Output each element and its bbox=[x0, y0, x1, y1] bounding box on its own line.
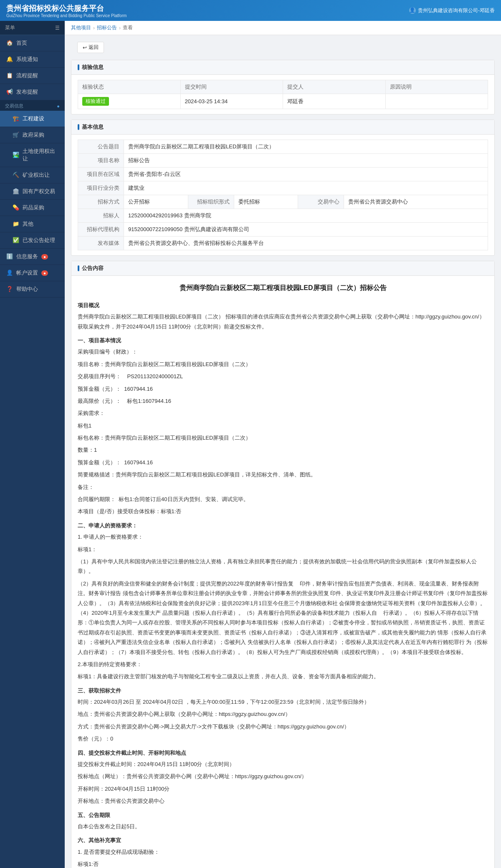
info-row-bidder: 招标人 125200004292019963 贵州商学院 bbox=[78, 209, 488, 223]
info-badge: ● bbox=[41, 254, 48, 260]
para-12: 备注： bbox=[78, 482, 488, 492]
breadcrumb: 其他项目 › 招标公告 › 查看 bbox=[65, 21, 501, 35]
para-section-1: 一、项目基本情况 bbox=[78, 336, 488, 345]
bell-icon: 🔔 bbox=[6, 56, 13, 63]
verification-table: 核验状态 提交时间 提交人 原因说明 核验通过 2024 bbox=[78, 80, 488, 109]
info-label-bid-org: 招标组织形式 bbox=[188, 195, 234, 209]
breadcrumb-item-1[interactable]: 其他项目 bbox=[71, 24, 91, 31]
verification-person: 邓廷香 bbox=[283, 94, 386, 109]
para-2: 项目名称：贵州商学院白云新校区二期工程项目校园LED屏项目（二次） bbox=[78, 359, 488, 369]
para-27: 开标时间：2024年04月15日 11时00分 bbox=[78, 784, 488, 794]
para-0: 贵州商学院白云新校区二期工程项目校园LED屏项目（二次） 招标项目的潜在供应商应… bbox=[78, 312, 488, 331]
col-time: 提交时间 bbox=[180, 80, 283, 94]
para-20: 标项1：具备建设行政主管部门核发的电子与智能化工程专业二级及以上资质，并在人员、… bbox=[78, 672, 488, 681]
land-icon: 🏞️ bbox=[13, 152, 19, 158]
menu-label: 菜单 bbox=[5, 24, 15, 31]
sidebar-item-mineral[interactable]: ⛏️ 矿业权出让 bbox=[0, 167, 65, 183]
layout: 菜单 ☰ 🏠 首页 🔔 系统通知 📋 流程提醒 📢 发布提醒 交易信息 ● 🏗️… bbox=[0, 21, 501, 868]
sidebar-item-govpurchase[interactable]: 🛒 政府采购 bbox=[0, 127, 65, 143]
basic-info-body: 公告题目 贵州商学院白云新校区二期工程项目校园LED屏项目（二次） 项目名称 招… bbox=[71, 135, 494, 255]
status-badge: 核验通过 bbox=[82, 97, 109, 106]
sidebar-item-publish[interactable]: 📢 发布提醒 bbox=[0, 84, 65, 100]
medicine-icon: 💊 bbox=[13, 204, 19, 211]
sidebar-item-notice[interactable]: 🔔 系统通知 bbox=[0, 51, 65, 68]
mineral-icon: ⛏️ bbox=[13, 172, 19, 178]
sidebar-item-published[interactable]: ✅ 已发公告处理 bbox=[0, 232, 65, 249]
sidebar-label-home: 首页 bbox=[16, 39, 27, 47]
info-value-industry: 建筑业 bbox=[124, 181, 488, 195]
para-25: 提交投标文件截止时间：2024年04月15日 11时00分（北京时间） bbox=[78, 759, 488, 769]
sidebar-label-engineering: 工程建设 bbox=[23, 115, 44, 122]
sidebar: 菜单 ☰ 🏠 首页 🔔 系统通知 📋 流程提醒 📢 发布提醒 交易信息 ● 🏗️… bbox=[0, 21, 65, 868]
para-31: 标项1:否 bbox=[78, 859, 488, 868]
para-section-0: 项目概况 bbox=[78, 300, 488, 310]
sidebar-section-trade-label: 交易信息 bbox=[5, 103, 23, 109]
sidebar-label-notice: 系统通知 bbox=[16, 56, 38, 63]
user-name: 贵州弘典建设咨询有限公司-邓廷香 bbox=[418, 7, 495, 14]
sidebar-label-account: 帐户设置 bbox=[16, 269, 38, 277]
info-label-media: 发布媒体 bbox=[78, 237, 124, 250]
verification-card: 核验信息 核验状态 提交时间 提交人 原因说明 bbox=[71, 60, 495, 115]
publish-icon: 📢 bbox=[6, 89, 13, 95]
para-10: 预算金额（元）： 1607944.16 bbox=[78, 458, 488, 467]
verification-row: 核验通过 2024-03-25 14:34 邓廷香 bbox=[78, 94, 488, 109]
back-button[interactable]: ↩ 返回 bbox=[77, 42, 104, 53]
announcement-main-title: 贵州商学院白云新校区二期工程项目校园LED屏项目（二次）招标公告 bbox=[78, 282, 488, 294]
sidebar-item-land[interactable]: 🏞️ 土地使用权出让 bbox=[0, 143, 65, 167]
para-19: 2.本项目的特定资格要求： bbox=[78, 659, 488, 669]
sidebar-item-account[interactable]: 👤 帐户设置 ● bbox=[0, 265, 65, 281]
para-24: 售价（元）：0 bbox=[78, 734, 488, 743]
back-arrow-icon: ↩ bbox=[83, 45, 87, 51]
info-label-industry: 项目行业分类 bbox=[78, 181, 124, 195]
breadcrumb-item-2[interactable]: 招标公告 bbox=[97, 24, 117, 31]
info-value-center: 贵州省公共资源交易中心 bbox=[344, 195, 488, 209]
header-user: 👤 贵州弘典建设咨询有限公司-邓廷香 bbox=[409, 7, 495, 14]
col-status: 核验状态 bbox=[78, 80, 181, 94]
sidebar-toggle[interactable]: 菜单 ☰ bbox=[0, 21, 65, 35]
para-4: 预算金额（元）： 1607944.16 bbox=[78, 384, 488, 394]
sidebar-label-publish: 发布提醒 bbox=[16, 88, 38, 96]
sidebar-label-help: 帮助中心 bbox=[16, 285, 38, 293]
para-17: （1）具有中华人民共和国境内依法登记注册的独立法人资格，具有独立承担民事责任的能… bbox=[78, 557, 488, 576]
done-icon: ✅ bbox=[13, 237, 19, 244]
sidebar-item-home[interactable]: 🏠 首页 bbox=[0, 35, 65, 51]
verification-title: 核验信息 bbox=[82, 64, 104, 71]
verification-time: 2024-03-25 14:34 bbox=[180, 94, 283, 109]
info-label-center: 交易中心 bbox=[298, 195, 344, 209]
back-label: 返回 bbox=[89, 44, 99, 51]
sidebar-item-medicine[interactable]: 💊 药品采购 bbox=[0, 200, 65, 216]
logo: 贵州省招标投标公共服务平台 GuiZhou Province Tendering… bbox=[6, 3, 127, 18]
breadcrumb-sep-1: › bbox=[93, 25, 95, 31]
verification-body: 核验状态 提交时间 提交人 原因说明 核验通过 2024 bbox=[71, 75, 494, 114]
toggle-icon[interactable]: ☰ bbox=[55, 25, 60, 31]
sidebar-item-help[interactable]: ❓ 帮助中心 bbox=[0, 281, 65, 298]
sidebar-item-process[interactable]: 📋 流程提醒 bbox=[0, 68, 65, 84]
sidebar-label-other: 其他 bbox=[23, 220, 33, 228]
info-value-region: 贵州省-贵阳市-白云区 bbox=[124, 168, 488, 181]
info-label-title: 公告题目 bbox=[78, 140, 124, 154]
basic-info-card: 基本信息 公告题目 贵州商学院白云新校区二期工程项目校园LED屏项目（二次） 项… bbox=[71, 120, 495, 256]
breadcrumb-item-3: 查看 bbox=[123, 24, 133, 31]
sidebar-label-info: 信息服务 bbox=[16, 253, 38, 260]
basic-info-header: 基本信息 bbox=[71, 120, 494, 135]
logo-title-zh: 贵州省招标投标公共服务平台 bbox=[6, 3, 127, 13]
sidebar-label-state: 国有产权交易 bbox=[23, 188, 55, 195]
sidebar-label-mineral: 矿业权出让 bbox=[23, 171, 50, 179]
info-value-bidder: 125200004292019963 贵州商学院 bbox=[124, 209, 488, 223]
other-icon: 📁 bbox=[13, 221, 19, 227]
sidebar-item-info[interactable]: ℹ️ 信息服务 ● bbox=[0, 249, 65, 265]
verification-reason bbox=[385, 94, 488, 109]
para-11: 简要规格描述：贵州商学院白云新校区二期工程项目校园LED屏项目，详见招标文件、清… bbox=[78, 470, 488, 479]
sidebar-item-other[interactable]: 📁 其他 bbox=[0, 216, 65, 232]
help-icon: ❓ bbox=[6, 286, 13, 293]
sidebar-item-engineering[interactable]: 🏗️ 工程建设 bbox=[0, 111, 65, 127]
para-section-4: 四、提交投标文件截止时间、开标时间和地点 bbox=[78, 748, 488, 758]
para-section-3: 三、获取招标文件 bbox=[78, 686, 488, 695]
sidebar-label-process: 流程提醒 bbox=[16, 72, 38, 79]
para-9: 数量：1 bbox=[78, 445, 488, 455]
account-badge: ● bbox=[41, 270, 48, 276]
sidebar-item-state[interactable]: 🏛️ 国有产权交易 bbox=[0, 183, 65, 200]
breadcrumb-sep-2: › bbox=[119, 25, 121, 31]
para-section-6: 六、其他补充事宜 bbox=[78, 835, 488, 845]
sidebar-label-published: 已发公告处理 bbox=[23, 237, 55, 244]
